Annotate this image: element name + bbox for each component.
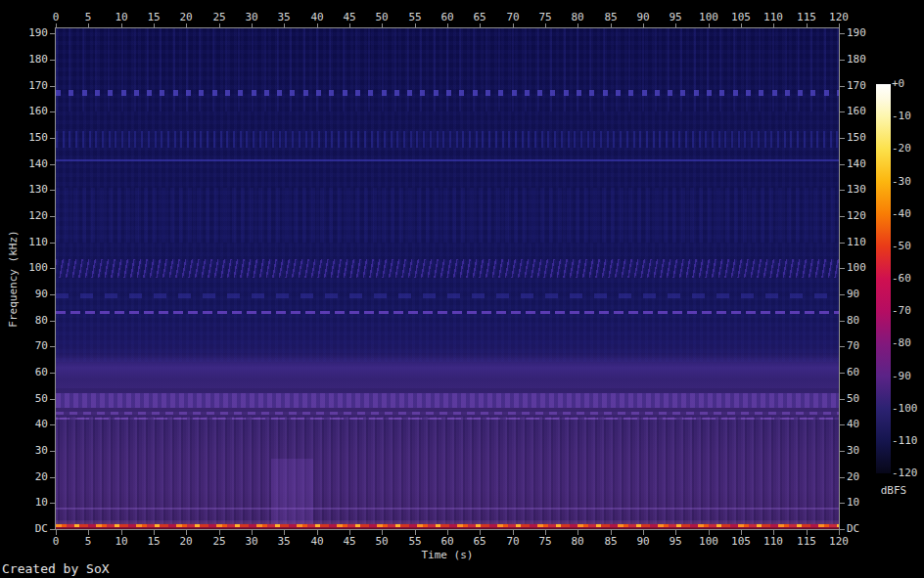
colorbar-scale-label: -20 bbox=[892, 143, 911, 155]
time-tick-label-top: 100 bbox=[699, 12, 718, 23]
time-tick-label-bottom: 110 bbox=[763, 536, 783, 548]
freq-tick-mark-right bbox=[840, 216, 845, 217]
freq-tick-label-right: 80 bbox=[847, 315, 859, 327]
freq-tick-label-right: 130 bbox=[847, 184, 866, 196]
time-tick-label-bottom: 85 bbox=[604, 536, 617, 548]
time-tick-mark-top bbox=[56, 23, 57, 28]
freq-tick-mark-right bbox=[840, 33, 845, 34]
freq-tick-mark-right bbox=[840, 164, 845, 165]
time-tick-mark-top bbox=[186, 23, 187, 28]
time-tick-label-top: 110 bbox=[763, 12, 783, 23]
time-tick-label-top: 115 bbox=[797, 12, 816, 23]
freq-tick-mark-left bbox=[50, 424, 55, 425]
time-tick-label-bottom: 60 bbox=[440, 536, 453, 548]
freq-tick-label-right: 30 bbox=[847, 445, 859, 457]
time-tick-label-bottom: 25 bbox=[212, 536, 225, 548]
freq-tick-mark-right bbox=[840, 424, 845, 425]
time-tick-label-bottom: 35 bbox=[277, 536, 290, 548]
time-tick-label-bottom: 20 bbox=[179, 536, 192, 548]
colorbar-scale-label: -90 bbox=[892, 371, 911, 382]
time-tick-label-top: 40 bbox=[310, 12, 323, 23]
freq-tick-label-right: 140 bbox=[847, 158, 866, 170]
time-tick-label-top: 65 bbox=[473, 12, 485, 23]
freq-tick-mark-left bbox=[50, 294, 55, 295]
freq-tick-label-left: DC bbox=[0, 523, 48, 535]
time-tick-label-bottom: 80 bbox=[571, 536, 583, 548]
time-tick-label-top: 70 bbox=[506, 12, 519, 23]
time-tick-mark-top bbox=[643, 23, 644, 28]
band-50khz bbox=[56, 393, 839, 408]
time-tick-label-bottom: 100 bbox=[699, 536, 718, 548]
time-tick-label-bottom: 95 bbox=[669, 536, 681, 548]
freq-tick-mark-right bbox=[840, 373, 845, 374]
time-tick-label-bottom: 0 bbox=[53, 536, 60, 548]
zigzag-band-100khz bbox=[56, 259, 839, 278]
freq-tick-mark-left bbox=[50, 33, 55, 34]
time-tick-label-bottom: 5 bbox=[85, 536, 92, 548]
time-tick-label-top: 10 bbox=[115, 12, 127, 23]
freq-tick-mark-right bbox=[840, 86, 845, 87]
event-patch-34s bbox=[271, 459, 313, 526]
freq-tick-mark-right bbox=[840, 60, 845, 61]
time-axis-title: Time (s) bbox=[56, 550, 839, 561]
freq-tick-label-left: 160 bbox=[0, 106, 48, 117]
freq-tick-mark-left bbox=[50, 399, 55, 400]
freq-tick-label-left: 100 bbox=[0, 262, 48, 274]
freq-tick-label-left: 70 bbox=[0, 340, 48, 352]
time-tick-label-top: 15 bbox=[147, 12, 160, 23]
freq-tick-mark-right bbox=[840, 451, 845, 452]
time-tick-label-bottom: 30 bbox=[245, 536, 257, 548]
freq-tick-label-right: 100 bbox=[847, 262, 866, 274]
time-tick-mark-top bbox=[741, 23, 742, 28]
time-tick-label-bottom: 75 bbox=[538, 536, 551, 548]
mottle-band-120khz bbox=[56, 188, 839, 243]
freq-tick-label-right: 90 bbox=[847, 289, 859, 300]
freq-tick-label-left: 10 bbox=[0, 497, 48, 509]
freq-tick-mark-right bbox=[840, 399, 845, 400]
time-tick-mark-top bbox=[839, 23, 840, 28]
time-tick-label-top: 30 bbox=[245, 12, 257, 23]
freq-tick-mark-left bbox=[50, 60, 55, 61]
colorbar-scale-label: -50 bbox=[892, 241, 911, 252]
time-tick-mark-top bbox=[545, 23, 546, 28]
time-tick-label-top: 45 bbox=[343, 12, 355, 23]
time-tick-label-top: 50 bbox=[375, 12, 388, 23]
time-tick-mark-top bbox=[513, 23, 514, 28]
time-tick-mark-top bbox=[219, 23, 220, 28]
freq-tick-mark-right bbox=[840, 190, 845, 191]
freq-tick-mark-left bbox=[50, 321, 55, 322]
freq-tick-mark-left bbox=[50, 373, 55, 374]
freq-tick-mark-left bbox=[50, 451, 55, 452]
faint-line-8khz bbox=[56, 508, 839, 510]
freq-tick-label-left: 80 bbox=[0, 315, 48, 327]
colorbar-scale-label: -110 bbox=[892, 435, 918, 447]
broadband-streaks-low bbox=[56, 417, 839, 526]
time-tick-label-top: 0 bbox=[53, 12, 60, 23]
colorbar-scale-label: -70 bbox=[892, 305, 911, 317]
freq-tick-mark-right bbox=[840, 529, 845, 530]
carrier-line-141khz bbox=[56, 159, 839, 161]
freq-tick-label-right: 190 bbox=[847, 27, 866, 39]
spectrogram-plot-area bbox=[56, 28, 839, 529]
freq-tick-mark-right bbox=[840, 243, 845, 244]
time-tick-mark-top bbox=[578, 23, 578, 28]
time-tick-label-bottom: 10 bbox=[115, 536, 127, 548]
colorbar-gradient bbox=[876, 84, 891, 473]
freq-tick-mark-right bbox=[840, 294, 845, 295]
created-by-sox-credit: Created by SoX bbox=[2, 561, 110, 576]
dash-row-44khz bbox=[56, 412, 839, 415]
freq-tick-label-left: 30 bbox=[0, 445, 48, 457]
freq-tick-label-left: 120 bbox=[0, 210, 48, 222]
noise-glow-62khz bbox=[56, 354, 839, 388]
time-tick-label-top: 85 bbox=[604, 12, 617, 23]
freq-tick-mark-left bbox=[50, 138, 55, 139]
time-tick-mark-top bbox=[252, 23, 253, 28]
time-tick-mark-top bbox=[807, 23, 808, 28]
time-tick-label-bottom: 50 bbox=[375, 536, 388, 548]
freq-tick-mark-left bbox=[50, 529, 55, 530]
dashed-line-83khz bbox=[56, 311, 839, 314]
freq-tick-label-right: 120 bbox=[847, 210, 866, 222]
freq-tick-label-left: 50 bbox=[0, 393, 48, 405]
freq-tick-label-right: 110 bbox=[847, 237, 866, 248]
freq-tick-mark-left bbox=[50, 164, 55, 165]
